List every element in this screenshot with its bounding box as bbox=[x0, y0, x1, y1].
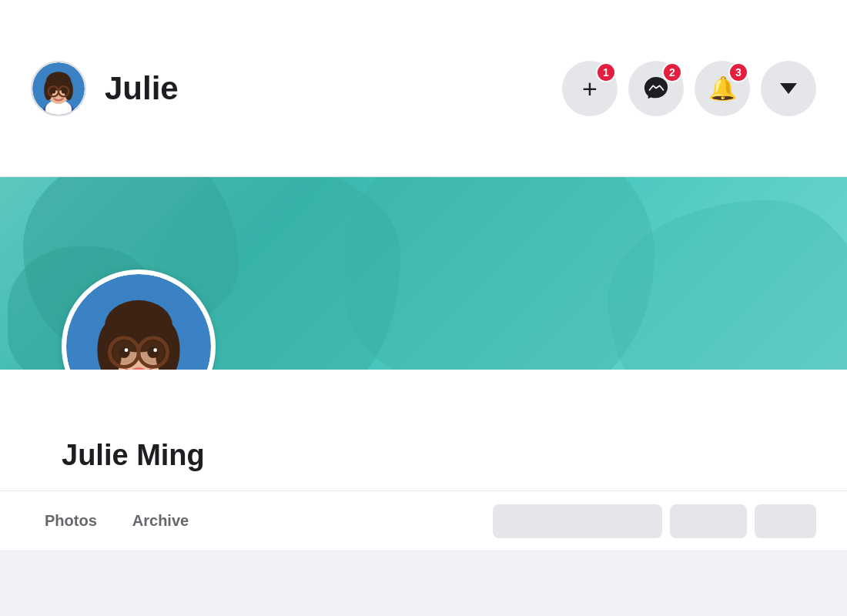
svg-point-11 bbox=[52, 89, 56, 93]
messenger-badge: 2 bbox=[662, 62, 682, 82]
account-menu-button[interactable] bbox=[761, 61, 816, 116]
navbar: Julie + 1 2 🔔 3 bbox=[0, 0, 847, 177]
tab-placeholder-2 bbox=[670, 504, 747, 538]
profile-name-row: Julie Ming bbox=[0, 370, 847, 490]
nav-user-name: Julie bbox=[105, 70, 562, 107]
tab-bar: Photos Archive bbox=[0, 490, 847, 551]
chevron-down-icon bbox=[780, 83, 797, 94]
tab-placeholder-1 bbox=[493, 504, 662, 538]
svg-point-28 bbox=[125, 348, 129, 352]
svg-point-26 bbox=[119, 346, 130, 358]
svg-point-27 bbox=[147, 346, 159, 358]
tab-photos[interactable]: Photos bbox=[31, 504, 111, 537]
notifications-badge: 3 bbox=[728, 62, 748, 82]
add-button[interactable]: + 1 bbox=[562, 61, 618, 116]
nav-avatar[interactable] bbox=[31, 61, 86, 116]
plus-icon: + bbox=[582, 75, 598, 102]
tab-placeholder-3 bbox=[755, 504, 816, 538]
svg-point-12 bbox=[62, 89, 66, 93]
add-badge: 1 bbox=[596, 62, 616, 82]
svg-point-29 bbox=[153, 348, 157, 352]
profile-section: Julie Ming Photos Archive bbox=[0, 177, 847, 551]
tab-archive[interactable]: Archive bbox=[119, 504, 203, 537]
profile-full-name: Julie Ming bbox=[62, 439, 785, 472]
notifications-button[interactable]: 🔔 3 bbox=[695, 61, 750, 116]
nav-actions: + 1 2 🔔 3 bbox=[562, 61, 816, 116]
cover-photo bbox=[0, 177, 847, 370]
messenger-button[interactable]: 2 bbox=[628, 61, 684, 116]
